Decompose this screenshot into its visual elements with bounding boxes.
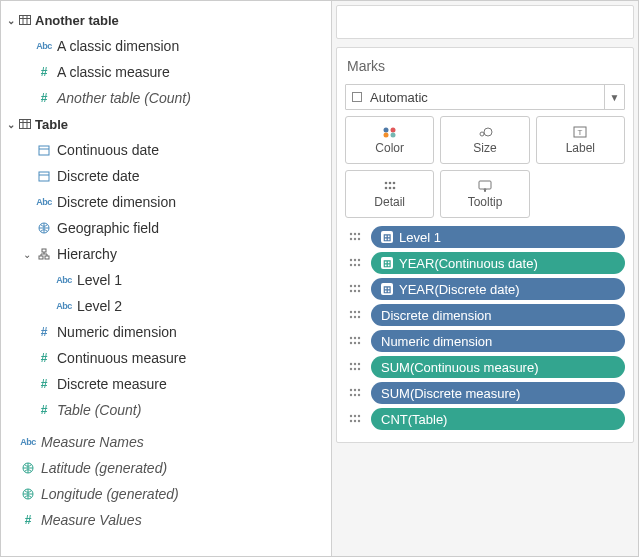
svg-text:T: T xyxy=(578,128,583,137)
svg-point-22 xyxy=(480,132,484,136)
table-name: Another table xyxy=(33,13,119,28)
svg-point-71 xyxy=(358,389,360,391)
field-pill[interactable]: CNT(Table) xyxy=(371,408,625,430)
table-header[interactable]: ⌄Another table xyxy=(1,7,331,33)
caret-down-icon: ⌄ xyxy=(5,119,17,130)
svg-point-51 xyxy=(350,311,352,313)
pill-shelf-icon xyxy=(345,257,365,269)
field-pill[interactable]: SUM(Continuous measure) xyxy=(371,356,625,378)
hash-icon: # xyxy=(41,403,48,417)
data-field[interactable]: #A classic measure xyxy=(1,59,331,85)
label-button[interactable]: T Label xyxy=(536,116,625,164)
data-field[interactable]: #Discrete measure xyxy=(1,371,331,397)
data-field[interactable]: #Continuous measure xyxy=(1,345,331,371)
svg-point-72 xyxy=(350,394,352,396)
field-pill[interactable]: Discrete dimension xyxy=(371,304,625,326)
tooltip-button[interactable]: Tooltip xyxy=(440,170,529,218)
globe-icon xyxy=(22,488,34,500)
calendar-icon xyxy=(38,170,50,182)
data-field[interactable]: Geographic field xyxy=(1,215,331,241)
svg-point-78 xyxy=(350,420,352,422)
field-label: Geographic field xyxy=(55,220,159,236)
pill-row: ⊞YEAR(Discrete date) xyxy=(345,278,625,300)
field-label: Continuous measure xyxy=(55,350,186,366)
abc-icon: Abc xyxy=(36,41,52,51)
svg-point-68 xyxy=(358,368,360,370)
svg-point-61 xyxy=(354,342,356,344)
detail-icon xyxy=(347,361,363,373)
svg-point-45 xyxy=(350,285,352,287)
svg-point-39 xyxy=(350,259,352,261)
svg-point-23 xyxy=(484,128,492,136)
detail-icon xyxy=(347,309,363,321)
svg-rect-8 xyxy=(39,146,49,155)
data-field[interactable]: #Table (Count) xyxy=(1,397,331,423)
svg-point-55 xyxy=(354,316,356,318)
pill-label: YEAR(Continuous date) xyxy=(399,256,538,271)
field-label: Another table (Count) xyxy=(55,90,191,106)
svg-point-53 xyxy=(358,311,360,313)
field-label: Longitude (generated) xyxy=(39,486,179,502)
color-button[interactable]: Color xyxy=(345,116,434,164)
field-label: Hierarchy xyxy=(55,246,117,262)
svg-rect-10 xyxy=(39,172,49,181)
hash-icon: # xyxy=(41,91,48,105)
pill-list: ⊞Level 1⊞YEAR(Continuous date)⊞YEAR(Disc… xyxy=(345,226,625,430)
mark-type-dropdown[interactable]: Automatic ▼ xyxy=(345,84,625,110)
data-field[interactable]: #Numeric dimension xyxy=(1,319,331,345)
hash-icon: # xyxy=(41,65,48,79)
detail-icon xyxy=(381,179,399,193)
field-label: A classic measure xyxy=(55,64,170,80)
svg-point-28 xyxy=(392,182,395,185)
field-pill[interactable]: Numeric dimension xyxy=(371,330,625,352)
svg-point-77 xyxy=(358,415,360,417)
svg-rect-13 xyxy=(42,249,46,252)
field-pill[interactable]: ⊞YEAR(Discrete date) xyxy=(371,278,625,300)
data-field[interactable]: #Measure Values xyxy=(1,507,331,533)
tooltip-icon xyxy=(476,179,494,193)
svg-point-52 xyxy=(354,311,356,313)
svg-point-54 xyxy=(350,316,352,318)
data-field[interactable]: Longitude (generated) xyxy=(1,481,331,507)
data-field[interactable]: AbcA classic dimension xyxy=(1,33,331,59)
svg-point-29 xyxy=(384,187,387,190)
field-label: Table (Count) xyxy=(55,402,141,418)
svg-point-38 xyxy=(358,238,360,240)
field-pill[interactable]: SUM(Discrete measure) xyxy=(371,382,625,404)
data-field[interactable]: AbcMeasure Names xyxy=(1,429,331,455)
svg-rect-15 xyxy=(45,256,49,259)
data-field[interactable]: Continuous date xyxy=(1,137,331,163)
hash-icon: # xyxy=(41,377,48,391)
svg-point-62 xyxy=(358,342,360,344)
pill-label: SUM(Continuous measure) xyxy=(381,360,539,375)
marks-card: Marks Automatic ▼ Color Size xyxy=(336,47,634,443)
expand-icon[interactable]: ⊞ xyxy=(381,231,393,243)
svg-point-57 xyxy=(350,337,352,339)
data-field[interactable]: Discrete date xyxy=(1,163,331,189)
data-field[interactable]: AbcDiscrete dimension xyxy=(1,189,331,215)
data-field-child[interactable]: AbcLevel 2 xyxy=(1,293,331,319)
expand-icon[interactable]: ⊞ xyxy=(381,283,393,295)
empty-shelf[interactable] xyxy=(336,5,634,39)
field-pill[interactable]: ⊞YEAR(Continuous date) xyxy=(371,252,625,274)
abc-icon: Abc xyxy=(56,301,72,311)
svg-point-46 xyxy=(354,285,356,287)
expand-icon[interactable]: ⊞ xyxy=(381,257,393,269)
detail-button[interactable]: Detail xyxy=(345,170,434,218)
hash-icon: # xyxy=(25,513,32,527)
field-pill[interactable]: ⊞Level 1 xyxy=(371,226,625,248)
hierarchy-icon xyxy=(38,248,50,260)
caret-down-icon: ⌄ xyxy=(21,249,33,260)
svg-point-37 xyxy=(354,238,356,240)
data-field[interactable]: ⌄Hierarchy xyxy=(1,241,331,267)
data-field-child[interactable]: AbcLevel 1 xyxy=(1,267,331,293)
data-field[interactable]: Latitude (generated) xyxy=(1,455,331,481)
hash-icon: # xyxy=(41,325,48,339)
svg-point-41 xyxy=(358,259,360,261)
table-header[interactable]: ⌄Table xyxy=(1,111,331,137)
size-button[interactable]: Size xyxy=(440,116,529,164)
svg-point-58 xyxy=(354,337,356,339)
field-label: Measure Values xyxy=(39,512,142,528)
data-field[interactable]: #Another table (Count) xyxy=(1,85,331,111)
svg-point-59 xyxy=(358,337,360,339)
